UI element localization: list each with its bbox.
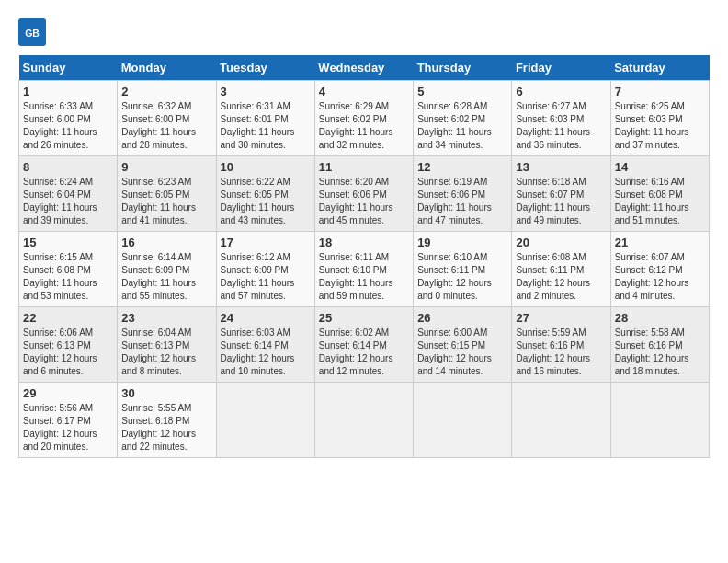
day-number: 16 <box>121 236 211 249</box>
calendar-cell: 10Sunrise: 6:22 AMSunset: 6:05 PMDayligh… <box>216 156 314 232</box>
day-number: 19 <box>417 236 507 249</box>
day-number: 3 <box>221 85 311 98</box>
calendar-cell: 1Sunrise: 6:33 AMSunset: 6:00 PMDaylight… <box>19 81 118 156</box>
calendar-cell: 21Sunrise: 6:07 AMSunset: 6:12 PMDayligh… <box>610 232 709 307</box>
calendar-cell: 9Sunrise: 6:23 AMSunset: 6:05 PMDaylight… <box>118 156 216 232</box>
day-number: 2 <box>121 85 211 98</box>
day-info: Sunrise: 6:16 AMSunset: 6:08 PMDaylight:… <box>615 177 689 225</box>
day-info: Sunrise: 5:56 AMSunset: 6:17 PMDaylight:… <box>23 403 97 452</box>
day-info: Sunrise: 6:02 AMSunset: 6:14 PMDaylight:… <box>319 327 393 376</box>
day-number: 5 <box>417 85 507 98</box>
day-info: Sunrise: 5:59 AMSunset: 6:16 PMDaylight:… <box>516 327 590 376</box>
calendar-cell <box>512 383 610 458</box>
day-info: Sunrise: 6:28 AMSunset: 6:02 PMDaylight:… <box>417 101 492 150</box>
logo: GB <box>18 18 50 46</box>
calendar-cell <box>414 383 512 458</box>
calendar-week-row: 22Sunrise: 6:06 AMSunset: 6:13 PMDayligh… <box>19 307 710 383</box>
calendar-cell: 29Sunrise: 5:56 AMSunset: 6:17 PMDayligh… <box>19 383 118 458</box>
page-header: GB <box>18 18 710 46</box>
day-number: 12 <box>417 160 507 174</box>
day-info: Sunrise: 6:11 AMSunset: 6:10 PMDaylight:… <box>319 252 393 301</box>
calendar-cell: 30Sunrise: 5:55 AMSunset: 6:18 PMDayligh… <box>118 383 216 458</box>
calendar-cell: 12Sunrise: 6:19 AMSunset: 6:06 PMDayligh… <box>414 156 512 232</box>
day-info: Sunrise: 6:27 AMSunset: 6:03 PMDaylight:… <box>516 101 590 150</box>
day-number: 6 <box>516 85 606 98</box>
day-info: Sunrise: 6:08 AMSunset: 6:11 PMDaylight:… <box>516 252 590 301</box>
day-number: 21 <box>615 236 705 249</box>
day-number: 26 <box>417 311 507 325</box>
day-info: Sunrise: 6:04 AMSunset: 6:13 PMDaylight:… <box>121 327 196 376</box>
day-number: 8 <box>23 160 113 174</box>
calendar-cell: 20Sunrise: 6:08 AMSunset: 6:11 PMDayligh… <box>512 232 610 307</box>
calendar-cell: 18Sunrise: 6:11 AMSunset: 6:10 PMDayligh… <box>314 232 413 307</box>
day-info: Sunrise: 6:18 AMSunset: 6:07 PMDaylight:… <box>516 177 590 225</box>
calendar-cell: 15Sunrise: 6:15 AMSunset: 6:08 PMDayligh… <box>19 232 118 307</box>
calendar-cell <box>216 383 314 458</box>
calendar-cell: 26Sunrise: 6:00 AMSunset: 6:15 PMDayligh… <box>414 307 512 383</box>
calendar-cell: 17Sunrise: 6:12 AMSunset: 6:09 PMDayligh… <box>216 232 314 307</box>
day-info: Sunrise: 6:10 AMSunset: 6:11 PMDaylight:… <box>417 252 492 301</box>
day-number: 23 <box>121 311 211 325</box>
calendar-week-row: 1Sunrise: 6:33 AMSunset: 6:00 PMDaylight… <box>19 81 710 156</box>
day-number: 29 <box>23 386 113 400</box>
day-info: Sunrise: 6:19 AMSunset: 6:06 PMDaylight:… <box>417 177 492 225</box>
svg-text:GB: GB <box>25 28 40 39</box>
day-info: Sunrise: 6:14 AMSunset: 6:09 PMDaylight:… <box>121 252 196 301</box>
calendar-cell: 4Sunrise: 6:29 AMSunset: 6:02 PMDaylight… <box>314 81 413 156</box>
calendar-cell: 25Sunrise: 6:02 AMSunset: 6:14 PMDayligh… <box>314 307 413 383</box>
calendar-table: Sunday Monday Tuesday Wednesday Thursday… <box>18 55 710 458</box>
day-number: 20 <box>516 236 606 249</box>
day-number: 24 <box>221 311 311 325</box>
calendar-cell: 19Sunrise: 6:10 AMSunset: 6:11 PMDayligh… <box>414 232 512 307</box>
weekday-header-row: Sunday Monday Tuesday Wednesday Thursday… <box>19 55 710 81</box>
calendar-cell: 13Sunrise: 6:18 AMSunset: 6:07 PMDayligh… <box>512 156 610 232</box>
calendar-cell: 11Sunrise: 6:20 AMSunset: 6:06 PMDayligh… <box>314 156 413 232</box>
header-thursday: Thursday <box>414 55 512 81</box>
header-monday: Monday <box>118 55 216 81</box>
calendar-cell <box>314 383 413 458</box>
calendar-cell: 28Sunrise: 5:58 AMSunset: 6:16 PMDayligh… <box>610 307 709 383</box>
day-info: Sunrise: 6:33 AMSunset: 6:00 PMDaylight:… <box>23 101 97 150</box>
calendar-cell: 14Sunrise: 6:16 AMSunset: 6:08 PMDayligh… <box>610 156 709 232</box>
calendar-cell: 22Sunrise: 6:06 AMSunset: 6:13 PMDayligh… <box>19 307 118 383</box>
calendar-cell <box>610 383 709 458</box>
calendar-cell: 5Sunrise: 6:28 AMSunset: 6:02 PMDaylight… <box>414 81 512 156</box>
day-info: Sunrise: 6:22 AMSunset: 6:05 PMDaylight:… <box>221 177 295 225</box>
day-info: Sunrise: 6:32 AMSunset: 6:00 PMDaylight:… <box>121 101 196 150</box>
day-number: 15 <box>23 236 113 249</box>
day-info: Sunrise: 6:03 AMSunset: 6:14 PMDaylight:… <box>221 327 295 376</box>
calendar-week-row: 8Sunrise: 6:24 AMSunset: 6:04 PMDaylight… <box>19 156 710 232</box>
day-number: 17 <box>221 236 311 249</box>
day-info: Sunrise: 6:15 AMSunset: 6:08 PMDaylight:… <box>23 252 97 301</box>
day-number: 13 <box>516 160 606 174</box>
calendar-cell: 23Sunrise: 6:04 AMSunset: 6:13 PMDayligh… <box>118 307 216 383</box>
day-number: 11 <box>319 160 409 174</box>
calendar-week-row: 29Sunrise: 5:56 AMSunset: 6:17 PMDayligh… <box>19 383 710 458</box>
day-number: 30 <box>121 386 211 400</box>
day-number: 28 <box>615 311 705 325</box>
day-info: Sunrise: 6:24 AMSunset: 6:04 PMDaylight:… <box>23 177 97 225</box>
day-info: Sunrise: 5:55 AMSunset: 6:18 PMDaylight:… <box>121 403 196 452</box>
calendar-cell: 24Sunrise: 6:03 AMSunset: 6:14 PMDayligh… <box>216 307 314 383</box>
day-info: Sunrise: 6:20 AMSunset: 6:06 PMDaylight:… <box>319 177 393 225</box>
day-info: Sunrise: 6:07 AMSunset: 6:12 PMDaylight:… <box>615 252 689 301</box>
day-info: Sunrise: 6:29 AMSunset: 6:02 PMDaylight:… <box>319 101 393 150</box>
day-info: Sunrise: 5:58 AMSunset: 6:16 PMDaylight:… <box>615 327 689 376</box>
day-number: 9 <box>121 160 211 174</box>
day-number: 18 <box>319 236 409 249</box>
calendar-cell: 2Sunrise: 6:32 AMSunset: 6:00 PMDaylight… <box>118 81 216 156</box>
day-info: Sunrise: 6:00 AMSunset: 6:15 PMDaylight:… <box>417 327 492 376</box>
calendar-cell: 27Sunrise: 5:59 AMSunset: 6:16 PMDayligh… <box>512 307 610 383</box>
day-number: 27 <box>516 311 606 325</box>
day-number: 1 <box>23 85 113 98</box>
day-info: Sunrise: 6:12 AMSunset: 6:09 PMDaylight:… <box>221 252 295 301</box>
header-saturday: Saturday <box>610 55 709 81</box>
calendar-cell: 6Sunrise: 6:27 AMSunset: 6:03 PMDaylight… <box>512 81 610 156</box>
day-number: 14 <box>615 160 705 174</box>
calendar-cell: 7Sunrise: 6:25 AMSunset: 6:03 PMDaylight… <box>610 81 709 156</box>
logo-icon: GB <box>18 18 46 46</box>
day-number: 4 <box>319 85 409 98</box>
day-number: 22 <box>23 311 113 325</box>
day-number: 10 <box>221 160 311 174</box>
day-info: Sunrise: 6:31 AMSunset: 6:01 PMDaylight:… <box>221 101 295 150</box>
